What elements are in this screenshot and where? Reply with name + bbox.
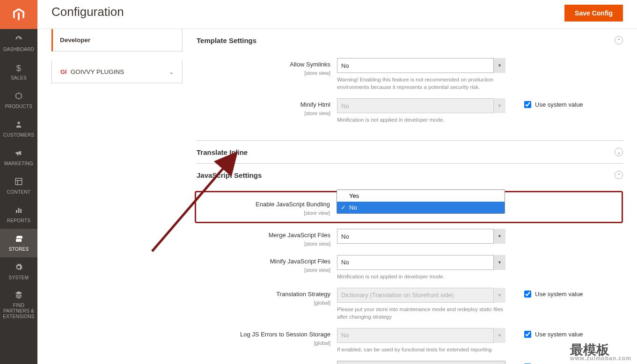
allow-symlinks-select[interactable]: No bbox=[337, 58, 505, 73]
section-template-settings: Template Settings ⌃ Allow Symlinks [stor… bbox=[197, 29, 623, 141]
highlighted-setting: Enable JavaScript Bundling [store view] … bbox=[195, 191, 623, 223]
section-title: Template Settings bbox=[197, 36, 256, 44]
svg-point-0 bbox=[17, 122, 20, 124]
nav-sales[interactable]: $SALES bbox=[0, 58, 37, 86]
field-label-text: Minify JavaScript Files bbox=[270, 258, 330, 265]
field-label-text: Minify Html bbox=[300, 101, 330, 108]
page-header: Configuration Save Config bbox=[37, 0, 637, 29]
field-label-text: Translation Strategy bbox=[276, 291, 330, 298]
collapse-icon: ⌃ bbox=[615, 36, 623, 44]
field-label-text: Enable JavaScript Bundling bbox=[256, 201, 330, 208]
tab-label: Developer bbox=[60, 36, 90, 44]
log-js-errors-select: No bbox=[337, 328, 505, 343]
nav-label: CONTENT bbox=[7, 189, 30, 195]
config-tabs: Developer GIGOIVVY PLUGINS ⌄ bbox=[37, 29, 183, 364]
use-system-checkbox[interactable]: Use system value bbox=[524, 98, 583, 108]
merge-js-select[interactable]: No bbox=[337, 229, 505, 244]
field-minify-js: Minify JavaScript Files [store view] No▼… bbox=[197, 253, 623, 282]
field-scope: [store view] bbox=[197, 70, 330, 76]
cube-icon bbox=[2, 92, 36, 102]
nav-label: PRODUCTS bbox=[5, 104, 33, 109]
option-no[interactable]: No bbox=[337, 202, 505, 213]
nav-marketing[interactable]: MARKETING bbox=[0, 143, 37, 172]
field-allow-symlinks: Allow Symlinks [store view] No▼ Warning!… bbox=[197, 56, 623, 93]
minify-html-select: No bbox=[337, 98, 505, 113]
nav-system[interactable]: SYSTEM bbox=[0, 257, 37, 286]
minify-js-select[interactable]: No bbox=[337, 255, 505, 270]
layout-icon bbox=[2, 177, 36, 188]
svg-rect-4 bbox=[16, 210, 17, 213]
field-note: Please put your store into maintenance m… bbox=[337, 306, 505, 320]
field-label-text: Allow Symlinks bbox=[290, 61, 330, 68]
svg-rect-1 bbox=[15, 178, 22, 185]
nav-label: DASHBOARD bbox=[3, 47, 34, 52]
field-note: Minification is not applied in developer… bbox=[337, 116, 505, 124]
field-minify-html: Minify Html [store view] No▼ Minificatio… bbox=[197, 96, 623, 125]
section-translate-inline: Translate Inline ⌄ bbox=[197, 141, 623, 164]
dropdown-options: Yes No bbox=[337, 189, 505, 214]
magento-logo-icon bbox=[12, 7, 26, 22]
nav-partners[interactable]: FIND PARTNERS & EXTENSIONS bbox=[0, 286, 37, 324]
field-enable-js-bundling: Enable JavaScript Bundling [store view] … bbox=[196, 196, 620, 218]
nav-reports[interactable]: REPORTS bbox=[0, 200, 37, 229]
tab-goivvy-plugins[interactable]: GIGOIVVY PLUGINS ⌄ bbox=[51, 61, 183, 83]
nav-label: MARKETING bbox=[4, 161, 33, 166]
field-scope: [global] bbox=[197, 340, 330, 346]
translation-strategy-select: Dictionary (Translation on Storefront si… bbox=[337, 288, 505, 303]
save-config-button[interactable]: Save Config bbox=[564, 5, 623, 22]
use-system-checkbox[interactable]: Use system value bbox=[524, 328, 583, 338]
nav-label: SYSTEM bbox=[9, 275, 29, 280]
nav-dashboard[interactable]: DASHBOARD bbox=[0, 29, 37, 58]
page-title: Configuration bbox=[51, 5, 124, 19]
field-scope: [store view] bbox=[196, 210, 330, 216]
field-scope: [store view] bbox=[197, 240, 330, 247]
field-label-text: Merge JavaScript Files bbox=[269, 232, 330, 239]
collapse-icon: ⌃ bbox=[615, 171, 623, 179]
field-note: If enabled, can be used by functional te… bbox=[337, 346, 505, 353]
expand-icon: ⌄ bbox=[615, 148, 623, 156]
option-yes[interactable]: Yes bbox=[337, 190, 505, 202]
tab-label: GIGOIVVY PLUGINS bbox=[60, 68, 124, 75]
field-log-js-key: Log JS Errors to Session Storage Key [gl… bbox=[197, 359, 623, 364]
field-scope: [store view] bbox=[197, 110, 330, 116]
nav-label: CUSTOMERS bbox=[3, 132, 34, 138]
section-title: Translate Inline bbox=[197, 148, 248, 156]
dollar-icon: $ bbox=[2, 63, 36, 73]
nav-content[interactable]: CONTENT bbox=[0, 172, 37, 200]
section-javascript-settings: JavaScript Settings ⌃ Enable JavaScript … bbox=[197, 164, 623, 364]
field-translation-strategy: Translation Strategy [global] Dictionary… bbox=[197, 286, 623, 322]
nav-products[interactable]: PRODUCTS bbox=[0, 86, 37, 115]
field-log-js-errors: Log JS Errors to Session Storage [global… bbox=[197, 326, 623, 355]
use-system-checkbox[interactable]: Use system value bbox=[524, 288, 583, 298]
field-label-text: Log JS Errors to Session Storage bbox=[240, 331, 330, 338]
nav-stores[interactable]: STORES bbox=[0, 229, 37, 257]
nav-label: FIND PARTNERS & EXTENSIONS bbox=[3, 303, 34, 319]
section-header[interactable]: Template Settings ⌃ bbox=[197, 29, 623, 51]
svg-rect-5 bbox=[18, 208, 20, 213]
stack-icon bbox=[2, 291, 36, 301]
nav-customers[interactable]: CUSTOMERS bbox=[0, 115, 37, 143]
chart-icon bbox=[2, 206, 36, 216]
nav-label: REPORTS bbox=[7, 218, 30, 223]
gauge-icon bbox=[2, 35, 36, 45]
svg-rect-6 bbox=[20, 209, 22, 213]
config-form: Template Settings ⌃ Allow Symlinks [stor… bbox=[183, 29, 637, 364]
field-merge-js: Merge JavaScript Files [store view] No▼ bbox=[197, 227, 623, 249]
storefront-icon bbox=[2, 234, 36, 245]
log-js-key-input bbox=[337, 361, 505, 364]
nav-label: SALES bbox=[11, 75, 27, 80]
admin-sidebar: DASHBOARD $SALES PRODUCTS CUSTOMERS MARK… bbox=[0, 0, 37, 364]
field-scope: [store view] bbox=[197, 267, 330, 273]
section-title: JavaScript Settings bbox=[197, 171, 262, 179]
person-icon bbox=[2, 120, 36, 131]
megaphone-icon bbox=[2, 149, 36, 159]
chevron-down-icon: ⌄ bbox=[169, 69, 174, 75]
field-note: Warning! Enabling this feature is not re… bbox=[337, 76, 505, 91]
magento-logo[interactable] bbox=[0, 0, 37, 29]
tab-developer[interactable]: Developer bbox=[51, 29, 183, 51]
section-header[interactable]: JavaScript Settings ⌃ bbox=[197, 164, 623, 186]
nav-label: STORES bbox=[9, 247, 29, 252]
section-header[interactable]: Translate Inline ⌄ bbox=[197, 141, 623, 163]
field-note: Minification is not applied in developer… bbox=[337, 273, 505, 280]
watermark: 最模板 www.zuimoban.com bbox=[570, 343, 631, 361]
